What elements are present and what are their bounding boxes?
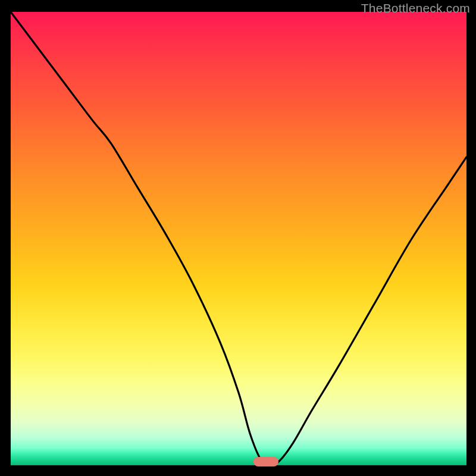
chart-frame: TheBottleneck.com [0,0,476,476]
chart-plot-area [11,12,466,465]
bottleneck-curve [11,12,466,465]
watermark-text: TheBottleneck.com [361,1,470,15]
minimum-marker [253,457,278,467]
